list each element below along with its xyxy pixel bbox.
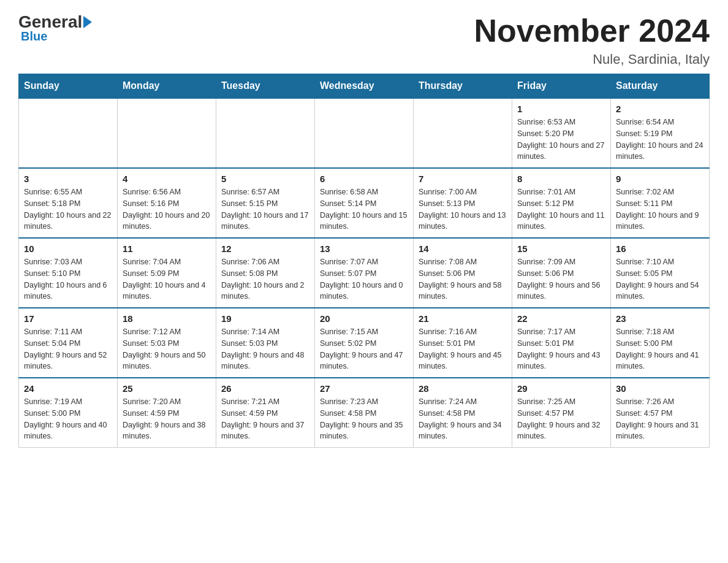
day-number: 25	[123, 383, 211, 394]
logo-arrow-icon	[83, 16, 92, 28]
calendar-header-row: SundayMondayTuesdayWednesdayThursdayFrid…	[19, 74, 710, 99]
calendar-day-12: 12Sunrise: 7:06 AMSunset: 5:08 PMDayligh…	[216, 238, 315, 308]
day-info: Sunrise: 7:07 AMSunset: 5:07 PMDaylight:…	[320, 256, 408, 302]
calendar-day-7: 7Sunrise: 7:00 AMSunset: 5:13 PMDaylight…	[414, 168, 512, 238]
calendar-day-15: 15Sunrise: 7:09 AMSunset: 5:06 PMDayligh…	[512, 238, 611, 308]
day-info: Sunrise: 7:24 AMSunset: 4:58 PMDaylight:…	[419, 396, 507, 442]
calendar-week-1: 1Sunrise: 6:53 AMSunset: 5:20 PMDaylight…	[19, 98, 710, 168]
day-number: 6	[320, 174, 408, 184]
day-number: 17	[24, 313, 112, 324]
day-number: 16	[616, 243, 704, 254]
calendar-day-19: 19Sunrise: 7:14 AMSunset: 5:03 PMDayligh…	[216, 308, 315, 378]
calendar-day-24: 24Sunrise: 7:19 AMSunset: 5:00 PMDayligh…	[19, 378, 118, 448]
day-number: 1	[517, 104, 605, 114]
day-info: Sunrise: 7:15 AMSunset: 5:02 PMDaylight:…	[320, 326, 408, 372]
calendar-day-6: 6Sunrise: 6:58 AMSunset: 5:14 PMDaylight…	[315, 168, 414, 238]
calendar-day-14: 14Sunrise: 7:08 AMSunset: 5:06 PMDayligh…	[414, 238, 512, 308]
calendar-week-2: 3Sunrise: 6:55 AMSunset: 5:18 PMDaylight…	[19, 168, 710, 238]
day-info: Sunrise: 7:10 AMSunset: 5:05 PMDaylight:…	[616, 256, 704, 302]
calendar-header-saturday: Saturday	[611, 74, 710, 99]
day-info: Sunrise: 6:58 AMSunset: 5:14 PMDaylight:…	[320, 186, 408, 232]
day-info: Sunrise: 7:00 AMSunset: 5:13 PMDaylight:…	[419, 186, 507, 232]
day-info: Sunrise: 7:01 AMSunset: 5:12 PMDaylight:…	[517, 186, 605, 232]
day-number: 30	[616, 383, 704, 394]
calendar-day-10: 10Sunrise: 7:03 AMSunset: 5:10 PMDayligh…	[19, 238, 118, 308]
calendar-day-28: 28Sunrise: 7:24 AMSunset: 4:58 PMDayligh…	[414, 378, 512, 448]
calendar-day-3: 3Sunrise: 6:55 AMSunset: 5:18 PMDaylight…	[19, 168, 118, 238]
day-info: Sunrise: 7:11 AMSunset: 5:04 PMDaylight:…	[24, 326, 112, 372]
day-info: Sunrise: 7:14 AMSunset: 5:03 PMDaylight:…	[221, 326, 309, 372]
day-info: Sunrise: 7:02 AMSunset: 5:11 PMDaylight:…	[616, 186, 704, 232]
calendar-header-monday: Monday	[118, 74, 216, 99]
day-number: 12	[221, 243, 309, 254]
calendar-day-25: 25Sunrise: 7:20 AMSunset: 4:59 PMDayligh…	[118, 378, 216, 448]
calendar-day-2: 2Sunrise: 6:54 AMSunset: 5:19 PMDaylight…	[611, 98, 710, 168]
day-number: 13	[320, 243, 408, 254]
day-number: 19	[221, 313, 309, 324]
day-info: Sunrise: 7:16 AMSunset: 5:01 PMDaylight:…	[419, 326, 507, 372]
calendar-day-empty-0	[19, 98, 118, 168]
calendar-header-wednesday: Wednesday	[315, 74, 414, 99]
day-info: Sunrise: 7:26 AMSunset: 4:57 PMDaylight:…	[616, 396, 704, 442]
day-number: 21	[419, 313, 507, 324]
calendar-day-8: 8Sunrise: 7:01 AMSunset: 5:12 PMDaylight…	[512, 168, 611, 238]
day-info: Sunrise: 6:54 AMSunset: 5:19 PMDaylight:…	[616, 117, 704, 163]
day-number: 4	[123, 174, 211, 184]
calendar-week-3: 10Sunrise: 7:03 AMSunset: 5:10 PMDayligh…	[19, 238, 710, 308]
calendar-day-22: 22Sunrise: 7:17 AMSunset: 5:01 PMDayligh…	[512, 308, 611, 378]
calendar-week-5: 24Sunrise: 7:19 AMSunset: 5:00 PMDayligh…	[19, 378, 710, 448]
calendar-day-13: 13Sunrise: 7:07 AMSunset: 5:07 PMDayligh…	[315, 238, 414, 308]
day-number: 22	[517, 313, 605, 324]
calendar-day-1: 1Sunrise: 6:53 AMSunset: 5:20 PMDaylight…	[512, 98, 611, 168]
day-number: 3	[24, 174, 112, 184]
calendar-day-17: 17Sunrise: 7:11 AMSunset: 5:04 PMDayligh…	[19, 308, 118, 378]
calendar-week-4: 17Sunrise: 7:11 AMSunset: 5:04 PMDayligh…	[19, 308, 710, 378]
day-info: Sunrise: 7:08 AMSunset: 5:06 PMDaylight:…	[419, 256, 507, 302]
calendar-day-empty-1	[118, 98, 216, 168]
calendar-day-23: 23Sunrise: 7:18 AMSunset: 5:00 PMDayligh…	[611, 308, 710, 378]
day-info: Sunrise: 7:06 AMSunset: 5:08 PMDaylight:…	[221, 256, 309, 302]
calendar-day-empty-3	[315, 98, 414, 168]
calendar-header-sunday: Sunday	[19, 74, 118, 99]
calendar-day-4: 4Sunrise: 6:56 AMSunset: 5:16 PMDaylight…	[118, 168, 216, 238]
calendar-day-30: 30Sunrise: 7:26 AMSunset: 4:57 PMDayligh…	[611, 378, 710, 448]
calendar-day-5: 5Sunrise: 6:57 AMSunset: 5:15 PMDaylight…	[216, 168, 315, 238]
day-info: Sunrise: 6:55 AMSunset: 5:18 PMDaylight:…	[24, 186, 112, 232]
day-info: Sunrise: 7:18 AMSunset: 5:00 PMDaylight:…	[616, 326, 704, 372]
day-number: 2	[616, 104, 704, 114]
day-number: 23	[616, 313, 704, 324]
day-info: Sunrise: 7:19 AMSunset: 5:00 PMDaylight:…	[24, 396, 112, 442]
title-section: November 2024 Nule, Sardinia, Italy	[474, 12, 710, 67]
day-number: 7	[419, 174, 507, 184]
day-number: 20	[320, 313, 408, 324]
page-header: General Blue November 2024 Nule, Sardini…	[18, 12, 710, 67]
day-info: Sunrise: 7:09 AMSunset: 5:06 PMDaylight:…	[517, 256, 605, 302]
location-subtitle: Nule, Sardinia, Italy	[474, 52, 710, 67]
logo-blue: Blue	[21, 29, 47, 44]
calendar-header-tuesday: Tuesday	[216, 74, 315, 99]
calendar-table: SundayMondayTuesdayWednesdayThursdayFrid…	[18, 74, 710, 448]
day-info: Sunrise: 7:12 AMSunset: 5:03 PMDaylight:…	[123, 326, 211, 372]
day-number: 10	[24, 243, 112, 254]
day-info: Sunrise: 6:56 AMSunset: 5:16 PMDaylight:…	[123, 186, 211, 232]
day-info: Sunrise: 7:17 AMSunset: 5:01 PMDaylight:…	[517, 326, 605, 372]
calendar-day-27: 27Sunrise: 7:23 AMSunset: 4:58 PMDayligh…	[315, 378, 414, 448]
day-info: Sunrise: 7:25 AMSunset: 4:57 PMDaylight:…	[517, 396, 605, 442]
day-number: 26	[221, 383, 309, 394]
calendar-day-20: 20Sunrise: 7:15 AMSunset: 5:02 PMDayligh…	[315, 308, 414, 378]
day-number: 11	[123, 243, 211, 254]
day-info: Sunrise: 6:57 AMSunset: 5:15 PMDaylight:…	[221, 186, 309, 232]
calendar-day-16: 16Sunrise: 7:10 AMSunset: 5:05 PMDayligh…	[611, 238, 710, 308]
calendar-day-empty-4	[414, 98, 512, 168]
day-number: 14	[419, 243, 507, 254]
day-number: 28	[419, 383, 507, 394]
day-number: 9	[616, 174, 704, 184]
calendar-day-11: 11Sunrise: 7:04 AMSunset: 5:09 PMDayligh…	[118, 238, 216, 308]
day-number: 24	[24, 383, 112, 394]
calendar-day-26: 26Sunrise: 7:21 AMSunset: 4:59 PMDayligh…	[216, 378, 315, 448]
day-info: Sunrise: 6:53 AMSunset: 5:20 PMDaylight:…	[517, 117, 605, 163]
month-year-title: November 2024	[474, 12, 710, 49]
calendar-day-18: 18Sunrise: 7:12 AMSunset: 5:03 PMDayligh…	[118, 308, 216, 378]
calendar-day-29: 29Sunrise: 7:25 AMSunset: 4:57 PMDayligh…	[512, 378, 611, 448]
day-info: Sunrise: 7:23 AMSunset: 4:58 PMDaylight:…	[320, 396, 408, 442]
